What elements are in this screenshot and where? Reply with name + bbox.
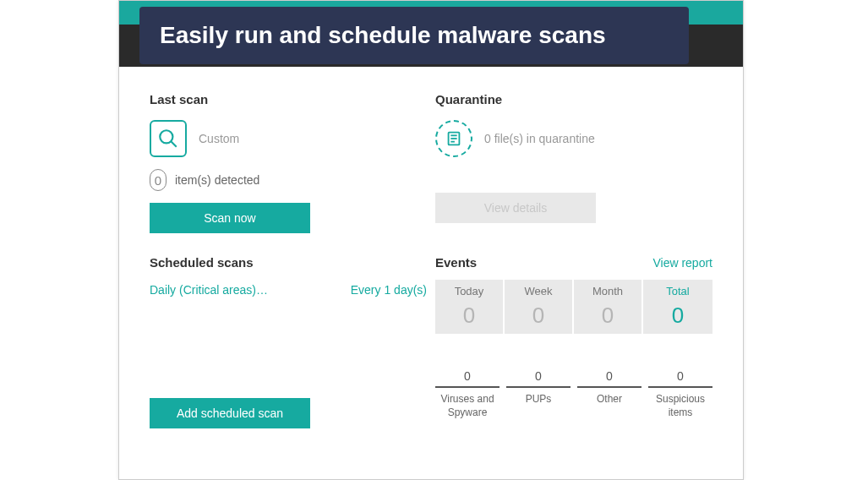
category-other: 0 Other [577, 369, 641, 419]
magnifier-icon [150, 120, 187, 157]
events-section: Events View report Today 0 Week 0 Month … [435, 255, 712, 428]
events-period-tabs: Today 0 Week 0 Month 0 Total 0 [435, 280, 712, 334]
add-scheduled-scan-button[interactable]: Add scheduled scan [150, 398, 310, 428]
scheduled-title: Scheduled scans [150, 255, 427, 270]
tab-month[interactable]: Month 0 [574, 280, 643, 334]
scheduled-item-name[interactable]: Daily (Critical areas)… [150, 283, 268, 297]
tab-week[interactable]: Week 0 [505, 280, 574, 334]
detected-label: item(s) detected [175, 173, 259, 187]
tab-total[interactable]: Total 0 [643, 280, 712, 334]
promo-banner: Easily run and schedule malware scans [139, 7, 689, 64]
last-scan-section: Last scan Custom 0 item(s) detected Scan… [150, 92, 427, 233]
svg-line-1 [171, 141, 177, 147]
main-content: Last scan Custom 0 item(s) detected Scan… [119, 67, 743, 445]
view-details-button: View details [435, 193, 596, 223]
events-categories: 0 Viruses and Spyware 0 PUPs 0 Other 0 S… [435, 369, 712, 419]
category-viruses: 0 Viruses and Spyware [435, 369, 500, 419]
category-pups: 0 PUPs [506, 369, 570, 419]
app-window: Last scan Custom 0 item(s) detected Scan… [118, 0, 744, 480]
scan-now-button[interactable]: Scan now [150, 203, 310, 233]
category-suspicious: 0 Suspicious items [648, 369, 712, 419]
scheduled-item-frequency[interactable]: Every 1 day(s) [351, 283, 427, 297]
quarantine-section: Quarantine 0 file(s) in quarantine View … [435, 92, 712, 233]
view-report-link[interactable]: View report [652, 256, 712, 270]
svg-point-0 [160, 130, 172, 143]
detected-count: 0 [150, 169, 167, 191]
scheduled-section: Scheduled scans Daily (Critical areas)… … [150, 255, 427, 428]
events-title: Events [435, 255, 477, 270]
quarantine-icon [435, 120, 472, 157]
tab-today[interactable]: Today 0 [435, 280, 505, 334]
quarantine-status: 0 file(s) in quarantine [484, 132, 595, 145]
last-scan-title: Last scan [150, 92, 427, 106]
quarantine-title: Quarantine [435, 92, 712, 106]
scan-type-label: Custom [199, 132, 239, 145]
